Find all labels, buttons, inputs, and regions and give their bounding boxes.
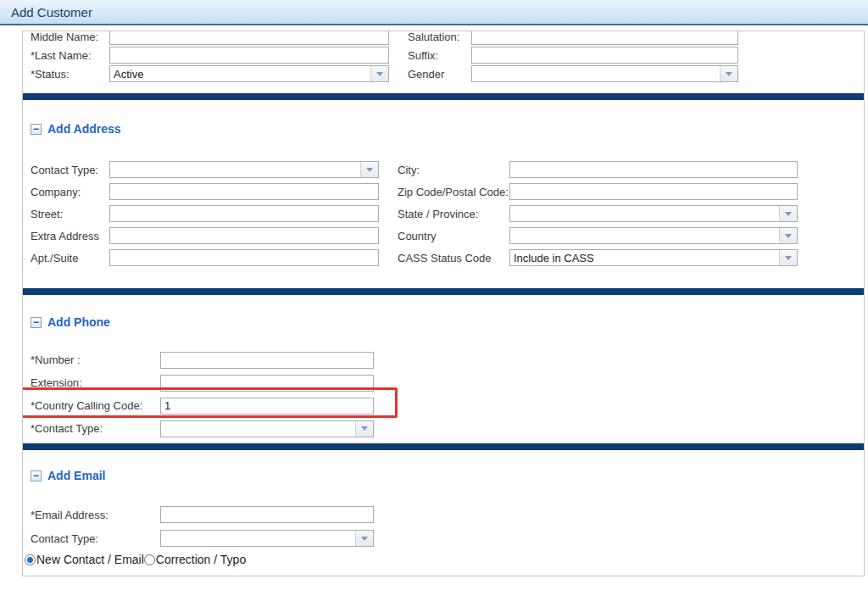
gender-select[interactable] (471, 65, 738, 82)
email-mode-radio-group: New Contact / Email Correction / Typo (25, 552, 864, 567)
city-row: City: (398, 159, 798, 181)
suffix-input[interactable] (471, 47, 738, 64)
dropdown-arrow-icon[interactable] (355, 531, 373, 546)
middle-name-label: Middle Name: (31, 31, 109, 43)
section-divider-bar (23, 93, 864, 100)
phone-contact-type-row: *Contact Type: (31, 417, 864, 440)
add-email-header: − Add Email (31, 469, 864, 482)
phone-contact-type-select[interactable] (160, 420, 374, 437)
salutation-label: Salutation: (408, 31, 471, 43)
add-phone-header: − Add Phone (31, 315, 864, 329)
cass-status-label: CASS Status Code (398, 252, 509, 264)
add-address-title: Add Address (47, 122, 121, 136)
street-label: Street: (31, 208, 109, 220)
new-contact-email-radio[interactable] (25, 554, 36, 565)
dropdown-arrow-icon[interactable] (779, 206, 797, 221)
page-title: Add Customer (11, 5, 92, 19)
status-row: *Status: Active (31, 64, 408, 83)
zip-code-label: Zip Code/Postal Code: (398, 186, 509, 198)
apt-suite-input[interactable] (109, 249, 379, 266)
email-address-label: *Email Address: (31, 509, 160, 521)
status-select[interactable]: Active (109, 65, 389, 82)
state-province-row: State / Province: (398, 203, 798, 225)
country-calling-code-label: *Country Calling Code: (31, 399, 160, 412)
add-customer-form-panel: Middle Name: *Last Name: *Status: Active… (22, 31, 865, 576)
dropdown-arrow-icon[interactable] (370, 66, 388, 81)
phone-number-label: *Number : (31, 353, 160, 366)
company-label: Company: (31, 186, 109, 198)
section-divider-bar (23, 288, 864, 295)
phone-contact-type-label: *Contact Type: (31, 422, 160, 435)
company-input[interactable] (109, 183, 379, 200)
correction-typo-radio[interactable] (144, 554, 155, 565)
section-divider-bar (23, 443, 864, 450)
extra-address-input[interactable] (109, 227, 379, 244)
street-input[interactable] (109, 205, 379, 222)
phone-number-input[interactable] (160, 352, 374, 369)
salutation-row: Salutation: (408, 31, 738, 46)
collapse-minus-icon[interactable]: − (31, 470, 42, 481)
state-province-label: State / Province: (398, 208, 509, 220)
state-province-select[interactable] (509, 205, 798, 222)
email-address-row: *Email Address: (31, 503, 864, 526)
cass-status-select[interactable]: Include in CASS (509, 249, 798, 266)
email-address-input[interactable] (160, 506, 374, 523)
apt-suite-row: Apt./Suite (31, 247, 398, 269)
dropdown-arrow-icon[interactable] (355, 421, 373, 437)
address-contact-type-select[interactable] (109, 161, 379, 178)
middle-name-row: Middle Name: (31, 31, 408, 46)
dropdown-arrow-icon[interactable] (360, 162, 378, 177)
add-address-header: − Add Address (31, 122, 864, 136)
country-row: Country (398, 225, 798, 247)
city-label: City: (398, 164, 509, 176)
email-contact-type-select[interactable] (160, 530, 374, 547)
gender-label: Gender (408, 68, 471, 81)
country-select[interactable] (509, 227, 798, 244)
apt-suite-label: Apt./Suite (31, 252, 109, 264)
email-contact-type-label: Contact Type: (31, 532, 160, 545)
last-name-input[interactable] (109, 47, 389, 64)
last-name-row: *Last Name: (31, 46, 408, 64)
correction-typo-label: Correction / Typo (156, 553, 246, 566)
last-name-label: *Last Name: (31, 49, 109, 62)
status-label: *Status: (31, 68, 109, 81)
address-contact-type-row: Contact Type: (31, 159, 398, 181)
add-phone-title: Add Phone (47, 315, 110, 329)
extra-address-label: Extra Address (31, 230, 109, 242)
extension-label: Extension: (31, 376, 160, 389)
email-fields: *Email Address: Contact Type: New Contac… (31, 503, 864, 567)
address-contact-type-label: Contact Type: (31, 164, 109, 176)
zip-code-row: Zip Code/Postal Code: (398, 181, 798, 203)
window-title-bar: Add Customer (0, 0, 868, 25)
gender-row: Gender (408, 64, 738, 83)
extension-row: Extension: (31, 371, 864, 394)
new-contact-email-label: New Contact / Email (36, 553, 144, 566)
extension-input[interactable] (160, 375, 374, 392)
customer-name-section: Middle Name: *Last Name: *Status: Active… (31, 31, 864, 83)
collapse-minus-icon[interactable]: − (31, 124, 42, 135)
address-fields: Contact Type: Company: Street: Extra Add… (31, 159, 864, 269)
add-email-title: Add Email (47, 469, 105, 482)
suffix-label: Suffix: (408, 49, 471, 62)
dropdown-arrow-icon[interactable] (779, 250, 797, 265)
extra-address-row: Extra Address (31, 225, 398, 247)
email-contact-type-row: Contact Type: (31, 526, 864, 550)
phone-fields: *Number : Extension: *Country Calling Co… (31, 348, 864, 440)
dropdown-arrow-icon[interactable] (779, 228, 797, 243)
country-calling-code-input[interactable] (160, 398, 374, 415)
suffix-row: Suffix: (408, 46, 738, 64)
street-row: Street: (31, 203, 398, 225)
zip-code-input[interactable] (509, 183, 798, 200)
cass-status-row: CASS Status Code Include in CASS (398, 247, 798, 269)
middle-name-input[interactable] (109, 31, 389, 45)
collapse-minus-icon[interactable]: − (31, 317, 42, 328)
salutation-input[interactable] (471, 31, 738, 45)
city-input[interactable] (509, 161, 798, 178)
dropdown-arrow-icon[interactable] (720, 66, 737, 81)
phone-number-row: *Number : (31, 348, 864, 371)
country-label: Country (398, 230, 509, 242)
company-row: Company: (31, 181, 398, 203)
country-calling-code-row: *Country Calling Code: (31, 394, 864, 417)
